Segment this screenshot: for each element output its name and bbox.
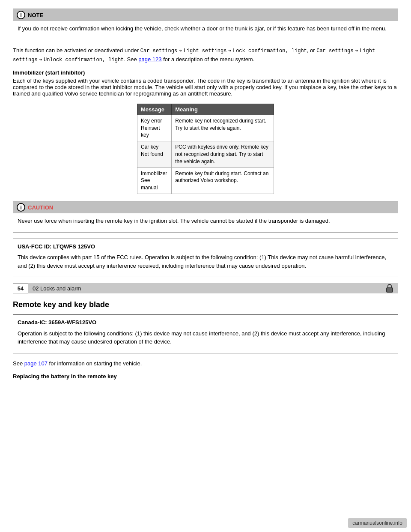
or-text: , or — [307, 47, 316, 54]
immobilizer-section: Immobilizer (start inhibitor) Each of th… — [13, 69, 398, 97]
caution-body: Never use force when inserting the remot… — [13, 213, 398, 232]
note-text: If you do not receive confirmation when … — [18, 24, 393, 33]
breadcrumb-4: Car settings — [316, 48, 353, 54]
fcc-body: This device complies with part 15 of the… — [18, 253, 393, 270]
see-page-rest: for information on starting the vehicle. — [48, 360, 142, 367]
page-number: 54 — [13, 284, 28, 293]
table-cell-message-3: ImmobilizerSee manual — [137, 167, 172, 194]
section-title: Remote key and key blade — [13, 300, 398, 309]
breadcrumb-6: Unlock confirmation, light — [44, 57, 124, 63]
page-link-2[interactable]: page 107 — [24, 360, 48, 367]
note-body: If you do not receive confirmation when … — [13, 21, 398, 40]
table-header-meaning: Meaning — [172, 104, 274, 115]
table-cell-message-2: Car keyNot found — [137, 141, 172, 167]
fcc-box: USA-FCC ID: LTQWFS 125VO This device com… — [13, 239, 398, 278]
caution-text: Never use force when inserting the remot… — [18, 217, 393, 225]
lock-icon — [384, 283, 395, 293]
canada-box: Canada-IC: 3659A-WFS125VO Operation is s… — [13, 314, 398, 353]
table-cell-meaning-2: PCC with keyless drive only. Remote key … — [172, 141, 274, 167]
caution-icon: i — [17, 203, 25, 212]
see-text: . See — [124, 56, 138, 63]
arrow-1: ➔ — [179, 48, 182, 54]
note-box: i NOTE If you do not receive confirmatio… — [13, 9, 398, 40]
breadcrumb-3: Lock confirmation, light — [233, 48, 307, 54]
canada-body: Operation is subject to the following co… — [18, 329, 393, 346]
table-header-message: Message — [137, 104, 172, 115]
breadcrumb-2: Light settings — [184, 48, 227, 54]
table-cell-meaning-1: Remote key not recognized during start. … — [172, 115, 274, 141]
page-link-1[interactable]: page 123 — [138, 56, 161, 63]
immobilizer-heading: Immobilizer (start inhibitor) — [13, 69, 398, 76]
caution-label: CAUTION — [28, 204, 53, 211]
immobilizer-body: Each of the keys supplied with your vehi… — [13, 78, 398, 97]
footer-section-label: 02 Locks and alarm — [28, 284, 384, 293]
svg-rect-0 — [387, 288, 393, 292]
see-page-paragraph: See page 107 for information on starting… — [13, 359, 398, 368]
canada-title: Canada-IC: 3659A-WFS125VO — [18, 318, 393, 327]
immobilizer-table-container: Message Meaning Key errorReinsert key Re… — [13, 104, 398, 194]
arrow-4: ➔ — [39, 57, 42, 63]
watermark: carmanualsonline.info — [348, 518, 407, 528]
immobilizer-table: Message Meaning Key errorReinsert key Re… — [137, 104, 274, 194]
note-header: i NOTE — [13, 9, 398, 21]
main-paragraph-1: This function can be activated or deacti… — [13, 46, 398, 64]
main-text-intro: This function can be activated or deacti… — [13, 47, 140, 54]
table-cell-message-1: Key errorReinsert key — [137, 115, 172, 141]
replacing-heading: Replacing the battery in the remote key — [13, 373, 398, 380]
see-page-text: See — [13, 360, 24, 367]
table-row: Car keyNot found PCC with keyless drive … — [137, 141, 274, 167]
table-cell-meaning-3: Remote key fault during start. Contact a… — [172, 167, 274, 194]
caution-box: i CAUTION Never use force when inserting… — [13, 201, 398, 233]
note-icon: i — [17, 11, 25, 19]
note-label: NOTE — [28, 12, 43, 18]
table-row: ImmobilizerSee manual Remote key fault d… — [137, 167, 274, 194]
arrow-2: ➔ — [228, 48, 231, 54]
fcc-title: USA-FCC ID: LTQWFS 125VO — [18, 242, 393, 251]
footer-bar: 54 02 Locks and alarm — [13, 283, 398, 293]
caution-header: i CAUTION — [13, 201, 398, 213]
lock-icon-container — [384, 283, 395, 293]
arrow-3: ➔ — [355, 48, 358, 54]
rest-text-1: for a description of the menu system. — [162, 56, 255, 63]
breadcrumb-1: Car settings — [140, 48, 177, 54]
table-row: Key errorReinsert key Remote key not rec… — [137, 115, 274, 141]
